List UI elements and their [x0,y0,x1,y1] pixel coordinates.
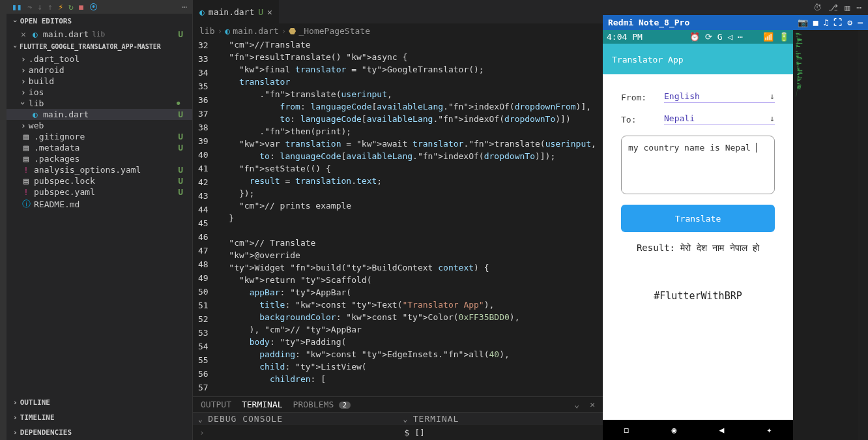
inspector-icon[interactable]: ⦿ [89,2,98,12]
git-status: U [178,29,187,39]
code-line[interactable]: to: languageCode[availableLang."fn">inde… [219,113,603,125]
translate-button[interactable]: Translate [621,205,775,232]
breadcrumb-symbol[interactable]: _HomePageState [298,26,370,36]
close-icon[interactable]: ✕ [21,29,26,39]
video-icon[interactable]: ■ [813,18,818,27]
folder-web[interactable]: web [7,120,192,131]
code-line[interactable]: title: "kw">const "ty">Text("Translator … [219,299,603,311]
audio-icon[interactable]: ♫ [824,18,829,27]
code-line[interactable]: "fn">resultTranslate() "kw">async { [219,51,603,63]
sidebar: ▮▮ ↷ ↓ ↑ ⚡ ↻ ◼ ⦿ ⋯ OPEN EDITORS ✕ ◐ main… [7,0,192,440]
step-into-icon[interactable]: ↓ [37,2,42,12]
code-line[interactable]: child: "ty">ListView( [219,360,603,373]
code-line[interactable]: appBar: "ty">AppBar( [219,286,603,299]
code-line[interactable]: "kw">var translation = "kw">await transl… [219,138,603,150]
step-over-icon[interactable]: ↷ [27,2,33,12]
tab-main-dart[interactable]: ◐ main.dart U ✕ [193,0,280,23]
status-icons: ⏰ ⟳ G ◁ ⋯ 📶 🔋 [689,32,789,42]
code-line[interactable]: }); [219,187,603,199]
git-icon[interactable]: ⎇ [828,3,838,12]
folder-ios[interactable]: ios [7,87,192,98]
file-main-dart[interactable]: ◐main.dartU [7,109,192,120]
app-bar: Translator App [603,44,793,74]
debug-toolbar: ▮▮ ↷ ↓ ↑ ⚡ ↻ ◼ ⦿ ⋯ [7,0,192,14]
restart-icon[interactable]: ↻ [68,2,74,12]
folder-.dart_tool[interactable]: .dart_tool [7,53,192,65]
file--packages[interactable]: ▤.packages [7,153,192,164]
breadcrumb-folder[interactable]: lib [199,26,214,36]
code-line[interactable]: "fn">setState(() { [219,162,603,175]
dependencies-section[interactable]: DEPENDENCIES [7,425,192,440]
debug-console-head[interactable]: ⌄ DEBUG CONSOLE [193,413,398,425]
code-line[interactable]: "cm">// prints example [219,199,603,212]
code-line[interactable]: ."fn">translate(userinput, [219,88,603,100]
from-dropdown[interactable]: From: English↓ [621,91,775,103]
more-icon[interactable]: ⋯ [182,2,187,12]
code-line[interactable]: body: "ty">Padding( [219,336,603,348]
code-line[interactable]: "cm">//Translate [219,38,603,51]
code-line[interactable]: } [219,212,603,224]
project-header[interactable]: FLUTTER_GOOGLE_TRANSLATOR_APP-MASTER [7,40,192,53]
chevron-down-icon[interactable]: ⌄ [574,400,579,409]
editor-minimap[interactable]: resultTranslate() async { final translat… [793,30,858,440]
output-tab[interactable]: OUTPUT [201,400,231,409]
code-line[interactable]: children: [ [219,373,603,385]
code-line[interactable]: ), "cm">// "ty">AppBar [219,323,603,336]
file-pubspec-yaml[interactable]: !pubspec.yamlU [7,186,192,198]
file--gitignore[interactable]: ▤.gitignoreU [7,131,192,142]
code-line[interactable]: "cm">// Translate [219,237,603,249]
assistant-icon[interactable]: ✦ [767,425,772,435]
terminal-prompt[interactable]: $ [] [398,425,603,440]
stop-icon[interactable]: ◼ [79,2,84,12]
split-icon[interactable]: ▥ [845,3,850,12]
file-pubspec-lock[interactable]: ▤pubspec.lockU [7,175,192,186]
code-line[interactable]: "kw">final translator = "ty">GoogleTrans… [219,63,603,76]
recent-icon[interactable]: ◻ [624,425,629,435]
code-line[interactable]: from: languageCode[availableLang."fn">in… [219,100,603,113]
fullscreen-icon[interactable]: ⛶ [833,18,842,27]
outline-section[interactable]: OUTLINE [7,395,192,410]
code-line[interactable]: "kw">@override [219,249,603,261]
code-line[interactable]: to: languageCode[availableLang."fn">inde… [219,150,603,162]
open-editors-header[interactable]: OPEN EDITORS [7,14,192,29]
code-line[interactable]: backgroundColor: "kw">const "ty">Color(0… [219,311,603,323]
code-line[interactable]: ."fn">then(print); [219,125,603,138]
pause-icon[interactable]: ▮▮ [12,2,22,12]
history-icon[interactable]: ⏱ [813,3,822,12]
hashtag-text: #FlutterWithBRP [621,290,775,302]
code-line[interactable]: translator [219,76,603,88]
open-editor-item[interactable]: ✕ ◐ main.dart lib U [7,29,192,40]
settings-icon[interactable]: ⚙ [847,18,852,27]
code-line[interactable]: "ty">Widget "fn">build("ty">BuildContext… [219,261,603,274]
code-area[interactable]: 3233343536373839404142434445464748495051… [193,38,603,396]
code-line[interactable] [219,224,603,237]
breadcrumb-file[interactable]: main.dart [233,26,278,36]
code-line[interactable]: "kw">return "ty">Scaffold( [219,274,603,286]
step-out-icon[interactable]: ↑ [48,2,53,12]
input-textbox[interactable]: my country name is Nepal [621,136,775,194]
timeline-section[interactable]: TIMELINE [7,410,192,425]
terminal-tab[interactable]: TERMINAL [242,400,283,409]
more-icon[interactable]: ⋯ [856,3,861,12]
to-dropdown[interactable]: To: Nepali↓ [621,113,775,125]
problems-tab[interactable]: PROBLEMS 2 [293,400,351,409]
menu-icon[interactable]: — [858,18,863,27]
file-analysis_options-yaml[interactable]: !analysis_options.yamlU [7,164,192,175]
camera-icon[interactable]: 📷 [798,18,808,27]
code-line[interactable]: padding: "kw">const "ty">EdgeInsets."fn"… [219,348,603,360]
breadcrumb[interactable]: lib › ◐ main.dart › ⬣ _HomePageState [193,23,603,38]
back-icon[interactable]: ◀ [719,425,725,435]
hot-reload-icon[interactable]: ⚡ [58,2,63,12]
terminal-head[interactable]: ⌄ TERMINAL [398,413,603,425]
file-README-md[interactable]: ⓘREADME.md [7,198,192,211]
folder-build[interactable]: build [7,76,192,87]
folder-android[interactable]: android [7,65,192,76]
file--metadata[interactable]: ▤.metadataU [7,142,192,153]
git-status: U [178,110,187,119]
home-icon[interactable]: ◉ [672,425,677,435]
code-line[interactable]: result = translation.text; [219,175,603,187]
close-panel-icon[interactable]: ✕ [590,400,595,409]
close-icon[interactable]: ✕ [267,7,272,17]
debug-console-input[interactable]: › [193,425,398,440]
folder-lib[interactable]: lib• [7,98,192,109]
